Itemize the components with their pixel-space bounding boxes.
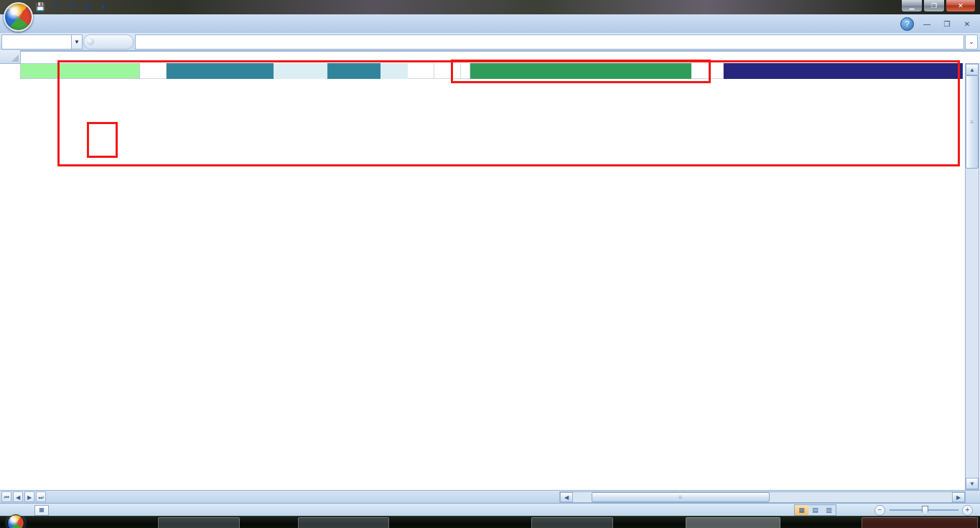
macro-record-icon[interactable]: ▦ bbox=[34, 505, 49, 516]
scroll-up-icon[interactable]: ▲ bbox=[966, 64, 979, 75]
workbook-restore-icon[interactable]: ❐ bbox=[940, 19, 954, 29]
expand-formula-bar-icon[interactable]: ⌄ bbox=[965, 34, 978, 50]
scroll-left-icon[interactable]: ◀ bbox=[560, 492, 573, 502]
month-value-cell[interactable] bbox=[327, 63, 381, 79]
taskbar-group bbox=[686, 517, 780, 528]
formula-input[interactable] bbox=[135, 34, 964, 50]
select-all-corner[interactable] bbox=[0, 50, 21, 64]
clock-cell[interactable] bbox=[724, 63, 963, 79]
taskbar-group bbox=[298, 517, 389, 528]
zoom-in-icon[interactable]: + bbox=[962, 505, 973, 516]
next-sheet-icon[interactable]: ▶ bbox=[24, 491, 34, 502]
scroll-down-icon[interactable]: ▼ bbox=[966, 478, 979, 489]
today-cell[interactable] bbox=[470, 63, 691, 79]
year-unit-cell[interactable] bbox=[274, 63, 327, 79]
view-shortcut-buttons: ▦ ▤ ▥ bbox=[794, 504, 836, 516]
blank-cell[interactable] bbox=[691, 63, 724, 79]
start-button[interactable] bbox=[7, 514, 24, 528]
attendance-note bbox=[22, 105, 774, 123]
select-year-month-cell[interactable] bbox=[20, 63, 140, 79]
minimize-window-icon[interactable]: ▁ bbox=[901, 0, 923, 12]
undo-icon[interactable]: ↶ bbox=[50, 1, 62, 11]
first-sheet-icon[interactable]: ⏮ bbox=[1, 491, 11, 502]
status-bar: ▦ ▦ ▤ ▥ − + bbox=[0, 503, 980, 517]
vertical-scrollbar[interactable]: ▲ ≡ ▼ bbox=[965, 63, 979, 490]
horizontal-scrollbar[interactable]: ◀ ≡ ▶ bbox=[559, 491, 966, 503]
close-window-icon[interactable]: ✕ bbox=[946, 0, 976, 12]
taskbar bbox=[0, 516, 980, 528]
formula-bar-splitter[interactable] bbox=[87, 38, 94, 45]
sheet-grid[interactable] bbox=[20, 63, 965, 490]
redo-icon[interactable]: ↷ bbox=[66, 1, 78, 11]
last-sheet-icon[interactable]: ⏭ bbox=[36, 491, 46, 502]
zoom-slider-handle[interactable] bbox=[922, 506, 928, 515]
excel-window: ▁ ❐ ✕ 💾 ↶ ↷ 🗋 ▾ ? — ❐ ✕ ▼ ⌄ bbox=[0, 0, 980, 528]
help-icon[interactable]: ? bbox=[900, 17, 914, 31]
blank-cell[interactable] bbox=[434, 63, 461, 79]
name-box-dropdown-icon[interactable]: ▼ bbox=[71, 34, 83, 50]
horizontal-scroll-thumb[interactable]: ≡ bbox=[592, 492, 770, 502]
year-value-cell[interactable] bbox=[167, 63, 274, 79]
ribbon-tab-strip: ? — ❐ ✕ bbox=[0, 14, 980, 34]
blank-cell[interactable] bbox=[140, 63, 167, 79]
sheet-tab-bar: ⏮ ◀ ▶ ⏭ ◀ ≡ ▶ bbox=[0, 490, 980, 504]
office-button[interactable] bbox=[4, 2, 33, 32]
workbook-close-icon[interactable]: ✕ bbox=[960, 19, 974, 29]
insert-function-button[interactable] bbox=[83, 34, 134, 50]
page-break-view-icon[interactable]: ▥ bbox=[822, 505, 836, 515]
page-layout-view-icon[interactable]: ▤ bbox=[808, 505, 822, 515]
column-headers bbox=[20, 50, 965, 63]
name-box[interactable] bbox=[1, 34, 72, 50]
scroll-right-icon[interactable]: ▶ bbox=[952, 492, 965, 502]
taskbar-group bbox=[158, 517, 240, 528]
restore-window-icon[interactable]: ❐ bbox=[923, 0, 945, 12]
workbook-minimize-icon[interactable]: — bbox=[920, 19, 934, 29]
qat-customize-icon[interactable]: ▾ bbox=[98, 1, 109, 11]
show-desktop-button[interactable] bbox=[862, 517, 978, 528]
normal-view-icon[interactable]: ▦ bbox=[795, 505, 808, 515]
prev-sheet-icon[interactable]: ◀ bbox=[13, 491, 23, 502]
save-icon[interactable]: 💾 bbox=[34, 1, 46, 11]
month-unit-cell[interactable] bbox=[381, 63, 408, 79]
blank-cell[interactable] bbox=[461, 63, 470, 79]
title-bar[interactable]: ▁ ❐ ✕ bbox=[0, 0, 980, 14]
formula-bar: ▼ ⌄ bbox=[0, 33, 980, 52]
zoom-out-icon[interactable]: − bbox=[874, 505, 885, 516]
taskbar-group bbox=[531, 517, 613, 528]
sheet-nav-buttons: ⏮ ◀ ▶ ⏭ bbox=[1, 491, 46, 502]
blank-cell[interactable] bbox=[408, 63, 434, 79]
vertical-scroll-thumb[interactable]: ≡ bbox=[966, 75, 979, 169]
new-document-icon[interactable]: 🗋 bbox=[82, 1, 93, 11]
quick-access-toolbar: 💾 ↶ ↷ 🗋 ▾ bbox=[34, 1, 109, 11]
